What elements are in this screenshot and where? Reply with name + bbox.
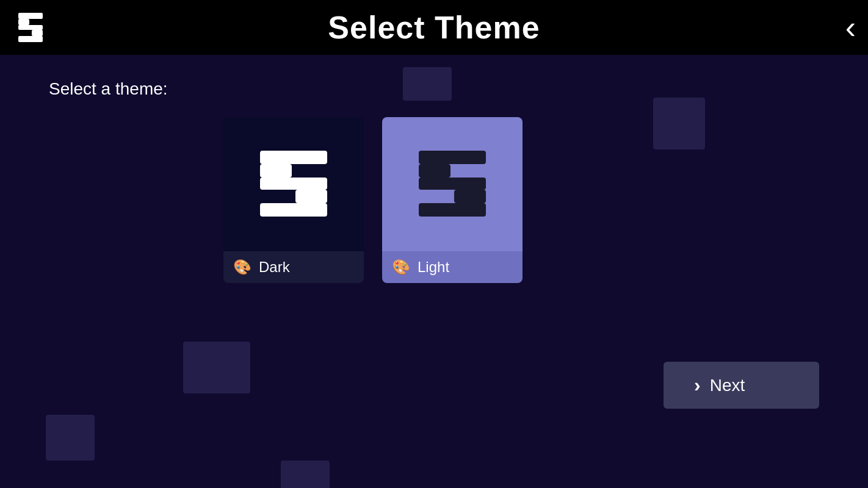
bg-square-5: [46, 415, 95, 461]
theme-card-light[interactable]: 🎨 Light: [382, 117, 523, 283]
bg-square-4: [183, 342, 250, 393]
svg-rect-9: [260, 203, 327, 217]
dark-theme-footer: 🎨 Dark: [223, 251, 364, 283]
svg-rect-5: [260, 151, 327, 164]
bg-square-6: [281, 461, 330, 488]
light-theme-logo: [410, 145, 495, 224]
svg-rect-2: [18, 25, 43, 30]
svg-rect-4: [18, 36, 43, 42]
svg-rect-3: [32, 30, 43, 36]
svg-rect-10: [419, 151, 486, 164]
next-label: Next: [710, 376, 745, 395]
logo: [12, 8, 49, 47]
dark-theme-logo: [251, 145, 336, 224]
page-title: Select Theme: [328, 9, 540, 46]
back-button[interactable]: ‹: [845, 12, 856, 43]
light-theme-label: Light: [418, 259, 449, 276]
app-header: Select Theme ‹: [0, 0, 868, 55]
svg-rect-7: [260, 178, 327, 190]
main-content: Select a theme: 🎨 Dark: [0, 55, 868, 307]
theme-card-dark[interactable]: 🎨 Dark: [223, 117, 364, 283]
light-theme-preview: [382, 117, 523, 251]
dark-palette-icon: 🎨: [233, 259, 251, 276]
next-button[interactable]: › Next: [664, 362, 819, 409]
light-palette-icon: 🎨: [392, 259, 410, 276]
theme-cards-container: 🎨 Dark 🎨 Light: [0, 117, 819, 283]
svg-rect-1: [18, 19, 29, 25]
svg-rect-6: [260, 164, 292, 178]
svg-rect-8: [295, 190, 327, 203]
svg-rect-12: [419, 178, 486, 190]
dark-theme-preview: [223, 117, 364, 251]
svg-rect-11: [419, 164, 450, 178]
svg-rect-14: [419, 203, 486, 217]
next-chevron: ›: [694, 374, 701, 396]
svg-rect-0: [18, 13, 43, 19]
svg-rect-13: [454, 190, 486, 203]
dark-theme-label: Dark: [259, 259, 290, 276]
light-theme-footer: 🎨 Light: [382, 251, 523, 283]
section-label: Select a theme:: [49, 79, 819, 99]
